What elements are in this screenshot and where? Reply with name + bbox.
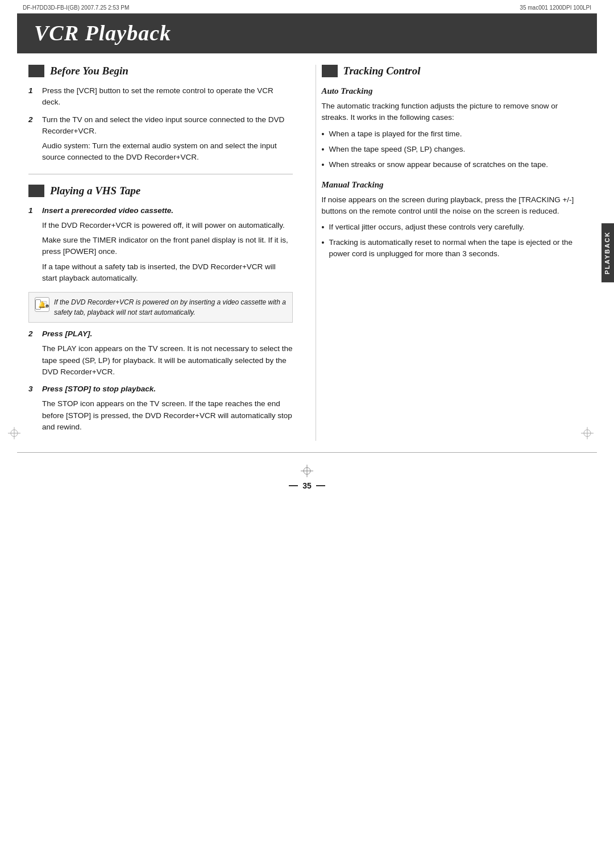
vhs-steps-continued: 2 Press [PLAY]. The PLAY icon appears on… [28,328,293,433]
side-tab: PLAYBACK [601,223,614,282]
note-text: If the DVD Recorder+VCR is powered on by… [54,297,287,318]
list-item: 1 Insert a prerecorded video cassette. I… [28,205,293,285]
bullet-text: When the tape speed (SP, LP) changes. [329,144,465,156]
list-content-2: Turn the TV on and select the video inpu… [42,114,293,164]
page-wrapper: DF-H7DD3D-FB-I(GB) 2007.7.25 2:53 PM 35 … [0,0,614,868]
vhs-list-num-2: 2 [28,328,36,378]
tracking-control-title: Tracking Control [343,65,421,77]
vhs-step3-title: Press [STOP] to stop playback. [42,385,156,393]
meta-line: DF-H7DD3D-FB-I(GB) 2007.7.25 2:53 PM 35 … [0,0,614,13]
vhs-step3-content: The STOP icon appears on the TV screen. … [42,398,293,433]
reg-mark-right [581,427,594,441]
vhs-list-num-1: 1 [28,205,36,285]
vhs-list-num-3: 3 [28,383,36,433]
bullet-item: When a tape is played for the first time… [322,128,586,140]
before-you-begin-title: Before You Begin [50,65,128,77]
meta-left: DF-H7DD3D-FB-I(GB) 2007.7.25 2:53 PM [23,5,129,11]
page-number: 35 [289,481,325,490]
reg-mark-bottom [301,465,313,479]
vhs-list-content-1: Insert a prerecorded video cassette. If … [42,205,293,285]
section-bar-tracking [322,65,338,77]
manual-tracking-subtitle: Manual Tracking [322,180,586,190]
playing-vhs-title: Playing a VHS Tape [50,185,140,197]
page-num-dash-left [289,485,298,486]
left-column: Before You Begin 1 Press the [VCR] butto… [17,65,298,441]
vhs-step1-title: Insert a prerecorded video cassette. [42,206,173,215]
right-column: Tracking Control Auto Tracking The autom… [316,65,598,441]
manual-tracking-section: Manual Tracking If noise appears on the … [322,180,586,260]
section-bar-before [28,65,44,77]
list-content-1: Press the [VCR] button to set the remote… [42,85,293,108]
list-item: 1 Press the [VCR] button to set the remo… [28,85,293,108]
section-divider [28,174,293,174]
list-item: 3 Press [STOP] to stop playback. The STO… [28,383,293,433]
vhs-step2-title: Press [PLAY]. [42,329,92,338]
meta-right: 35 mac001 1200DPI 100LPI [520,5,591,11]
reg-mark-left [8,427,20,441]
vhs-step2-content: The PLAY icon appears on the TV screen. … [42,343,293,378]
svg-text:i: i [47,305,47,308]
section-bar-vhs [28,185,44,197]
page-border-bottom [17,452,597,453]
title-banner: VCR Playback [17,14,597,53]
bullet-text: Tracking is automatically reset to norma… [329,237,586,260]
vhs-step1-para1: If the DVD Recorder+VCR is powered off, … [42,220,293,231]
tracking-control-header: Tracking Control [322,65,586,77]
page-num-text: 35 [302,481,312,490]
list-item: 2 Press [PLAY]. The PLAY icon appears on… [28,328,293,378]
auto-tracking-bullets: When a tape is played for the first time… [322,128,586,171]
bullet-text: When a tape is played for the first time… [329,128,462,140]
svg-rect-0 [42,302,47,308]
vhs-steps-list: 1 Insert a prerecorded video cassette. I… [28,205,293,285]
vhs-list-content-3: Press [STOP] to stop playback. The STOP … [42,383,293,433]
note-icon: i [35,297,49,312]
bullet-text: When streaks or snow appear because of s… [329,159,548,171]
page-title: VCR Playback [34,20,580,45]
list-item: 2 Turn the TV on and select the video in… [28,114,293,164]
auto-tracking-section: Auto Tracking The automatic tracking fun… [322,86,586,171]
bullet-item: When the tape speed (SP, LP) changes. [322,144,586,156]
vhs-step1-para2: Make sure the TIMER indicator on the fro… [42,235,293,258]
bullet-text: If vertical jitter occurs, adjust these … [329,222,524,233]
auto-tracking-subtitle: Auto Tracking [322,86,586,96]
bottom-section: 35 [0,452,614,513]
auto-tracking-intro: The automatic tracking function adjusts … [322,101,586,124]
before-you-begin-header: Before You Begin [28,65,293,77]
list-num-1: 1 [28,85,36,108]
note-icon-svg: i [41,297,49,312]
note-box: i If the DVD Recorder+VCR is powered on … [28,292,293,323]
bullet-item: If vertical jitter occurs, adjust these … [322,222,586,233]
bullet-item: Tracking is automatically reset to norma… [322,237,586,260]
list-num-2: 2 [28,114,36,164]
manual-tracking-bullets: If vertical jitter occurs, adjust these … [322,222,586,260]
step2-main: Turn the TV on and select the video inpu… [42,115,284,135]
page-num-dash-right [316,485,325,486]
manual-tracking-intro: If noise appears on the screen during pl… [322,194,586,218]
bullet-item: When streaks or snow appear because of s… [322,159,586,171]
playing-vhs-header: Playing a VHS Tape [28,185,293,197]
content-with-tab: PLAYBACK Before You Begin 1 Press the [V… [0,53,614,452]
vhs-step1-para3: If a tape without a safety tab is insert… [42,261,293,285]
step2-sub: Audio system: Turn the external audio sy… [42,140,293,164]
vhs-list-content-2: Press [PLAY]. The PLAY icon appears on t… [42,328,293,378]
before-you-begin-list: 1 Press the [VCR] button to set the remo… [28,85,293,164]
content-area: Before You Begin 1 Press the [VCR] butto… [17,53,597,452]
